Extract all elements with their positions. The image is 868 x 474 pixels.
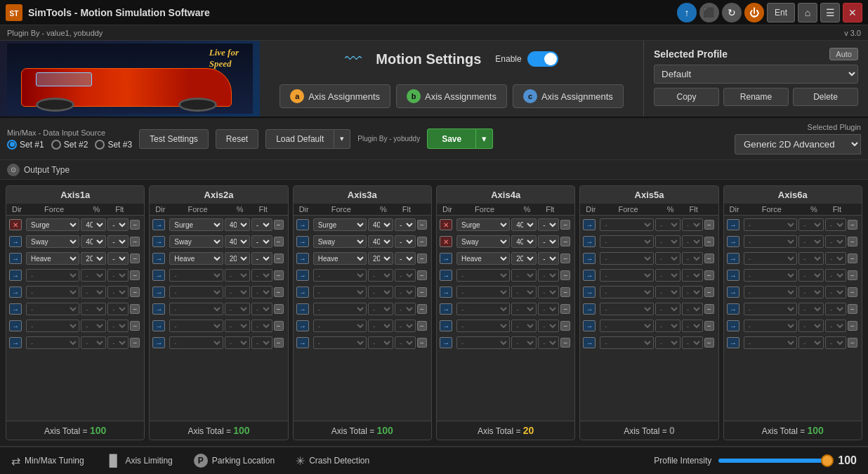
pct-select-5-1[interactable]: -	[798, 235, 824, 248]
force-select-1-5[interactable]: -	[169, 303, 223, 315]
force-select-5-5[interactable]: -	[744, 303, 797, 315]
flt-select-0-3[interactable]: -	[107, 269, 129, 282]
flt-select-0-5[interactable]: -	[107, 303, 129, 315]
enable-toggle[interactable]	[527, 51, 558, 67]
load-default-arrow[interactable]: ▾	[334, 129, 350, 149]
force-select-0-3[interactable]: -	[26, 269, 79, 282]
force-select-3-5[interactable]: -	[456, 303, 510, 315]
minus-btn-3-6[interactable]: −	[560, 321, 570, 331]
min-max-tuning-item[interactable]: ⇄ Min/Max Tuning	[11, 454, 84, 468]
force-select-5-1[interactable]: -	[744, 235, 797, 248]
force-select-0-6[interactable]: -	[26, 320, 79, 332]
pct-select-0-3[interactable]: -	[81, 269, 106, 282]
minus-btn-5-6[interactable]: −	[848, 321, 857, 331]
flt-select-1-4[interactable]: -	[251, 286, 272, 298]
plugin-select[interactable]: Generic 2D Advanced	[735, 134, 861, 154]
minus-btn-4-2[interactable]: −	[704, 254, 714, 263]
rename-button[interactable]: Rename	[723, 88, 789, 106]
force-select-3-1[interactable]: Sway	[456, 235, 510, 248]
minus-btn-0-2[interactable]: −	[130, 254, 140, 263]
minus-btn-3-3[interactable]: −	[560, 270, 570, 280]
flt-select-4-2[interactable]: -	[682, 252, 703, 265]
pct-select-5-5[interactable]: -	[798, 303, 824, 315]
flt-select-4-0[interactable]: -	[682, 218, 703, 231]
flt-select-2-2[interactable]: -	[395, 252, 416, 265]
test-settings-button[interactable]: Test Settings	[139, 129, 209, 149]
flt-select-2-7[interactable]: -	[395, 336, 416, 349]
pct-select-3-5[interactable]: -	[511, 303, 537, 315]
force-select-3-3[interactable]: -	[456, 269, 510, 282]
parking-location-item[interactable]: P Parking Location	[194, 454, 275, 468]
flt-select-1-6[interactable]: -	[251, 320, 272, 332]
minus-btn-3-4[interactable]: −	[560, 287, 570, 297]
pct-select-1-6[interactable]: -	[225, 320, 250, 332]
pct-select-4-3[interactable]: -	[655, 269, 680, 282]
flt-select-5-3[interactable]: -	[825, 269, 846, 282]
flt-select-2-6[interactable]: -	[395, 320, 416, 332]
pct-select-4-0[interactable]: -	[655, 218, 680, 231]
minus-btn-0-6[interactable]: −	[130, 321, 140, 331]
minus-btn-3-7[interactable]: −	[560, 338, 570, 348]
force-select-0-5[interactable]: -	[26, 303, 79, 315]
save-arrow[interactable]: ▾	[476, 129, 493, 149]
minus-btn-2-3[interactable]: −	[417, 270, 427, 280]
pct-select-3-7[interactable]: -	[511, 336, 537, 349]
pct-select-4-1[interactable]: -	[655, 235, 680, 248]
pct-select-0-4[interactable]: -	[81, 286, 106, 298]
force-select-3-2[interactable]: Heave	[456, 252, 510, 265]
minus-btn-4-6[interactable]: −	[704, 321, 714, 331]
minus-btn-5-3[interactable]: −	[848, 270, 857, 280]
force-select-4-7[interactable]: -	[600, 336, 653, 349]
pct-select-1-0[interactable]: 40	[225, 218, 250, 231]
pct-select-1-3[interactable]: -	[225, 269, 250, 282]
minus-btn-2-1[interactable]: −	[417, 237, 427, 246]
flt-select-4-6[interactable]: -	[682, 320, 703, 332]
minus-btn-5-5[interactable]: −	[848, 304, 857, 314]
flt-select-1-0[interactable]: -	[251, 218, 272, 231]
pct-select-3-2[interactable]: 20	[511, 252, 537, 265]
minus-btn-4-1[interactable]: −	[704, 237, 714, 246]
radio-set2[interactable]: Set #2	[51, 140, 88, 150]
pct-select-4-5[interactable]: -	[655, 303, 680, 315]
pct-select-2-3[interactable]: -	[368, 269, 393, 282]
force-select-1-3[interactable]: -	[169, 269, 223, 282]
pct-select-5-3[interactable]: -	[798, 269, 824, 282]
flt-select-0-7[interactable]: -	[107, 336, 129, 349]
minus-btn-5-7[interactable]: −	[848, 338, 857, 348]
flt-select-3-5[interactable]: -	[538, 303, 559, 315]
minus-btn-0-0[interactable]: −	[130, 220, 140, 230]
close-button[interactable]: ✕	[843, 3, 862, 22]
minus-btn-0-4[interactable]: −	[130, 287, 140, 297]
pct-select-2-6[interactable]: -	[368, 320, 393, 332]
flt-select-3-2[interactable]: -	[538, 252, 559, 265]
minus-btn-3-0[interactable]: −	[560, 220, 570, 230]
home-button[interactable]: ⌂	[798, 3, 817, 22]
pct-select-5-0[interactable]: -	[798, 218, 824, 231]
force-select-2-3[interactable]: -	[313, 269, 367, 282]
power-button[interactable]: ⏻	[744, 3, 764, 22]
minus-btn-5-4[interactable]: −	[848, 287, 857, 297]
force-select-4-2[interactable]: -	[600, 252, 653, 265]
minus-btn-2-4[interactable]: −	[417, 287, 427, 297]
minus-btn-4-0[interactable]: −	[704, 220, 714, 230]
minus-btn-1-6[interactable]: −	[274, 321, 284, 331]
flt-select-0-1[interactable]: -	[107, 235, 129, 248]
copy-button[interactable]: Copy	[654, 88, 719, 106]
pct-select-2-2[interactable]: 20	[368, 252, 393, 265]
force-select-5-3[interactable]: -	[744, 269, 797, 282]
flt-select-3-3[interactable]: -	[538, 269, 559, 282]
force-select-0-1[interactable]: Sway	[26, 235, 79, 248]
flt-select-2-0[interactable]: -	[395, 218, 416, 231]
ent-button[interactable]: Ent	[767, 3, 795, 22]
minus-btn-0-3[interactable]: −	[130, 270, 140, 280]
axis-tab-c[interactable]: c Axis Assignments	[513, 84, 624, 108]
force-select-2-4[interactable]: -	[313, 286, 367, 298]
radio-set3[interactable]: Set #3	[95, 140, 132, 150]
flt-select-0-2[interactable]: -	[107, 252, 129, 265]
flt-select-2-1[interactable]: -	[395, 235, 416, 248]
force-select-5-6[interactable]: -	[744, 320, 797, 332]
flt-select-5-4[interactable]: -	[825, 286, 846, 298]
upload-button[interactable]: ↑	[677, 3, 697, 22]
minus-btn-1-1[interactable]: −	[274, 237, 284, 246]
pct-select-2-5[interactable]: -	[368, 303, 393, 315]
